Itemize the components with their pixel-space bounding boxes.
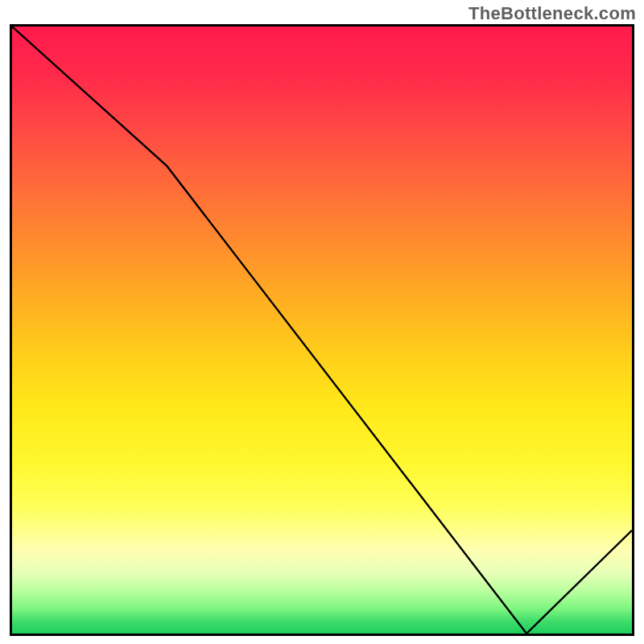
curve-svg [12,27,632,634]
attribution-label: TheBottleneck.com [469,3,636,24]
plot-area [10,24,634,636]
chart-stage: TheBottleneck.com [0,0,644,644]
bottleneck-curve [12,27,632,634]
